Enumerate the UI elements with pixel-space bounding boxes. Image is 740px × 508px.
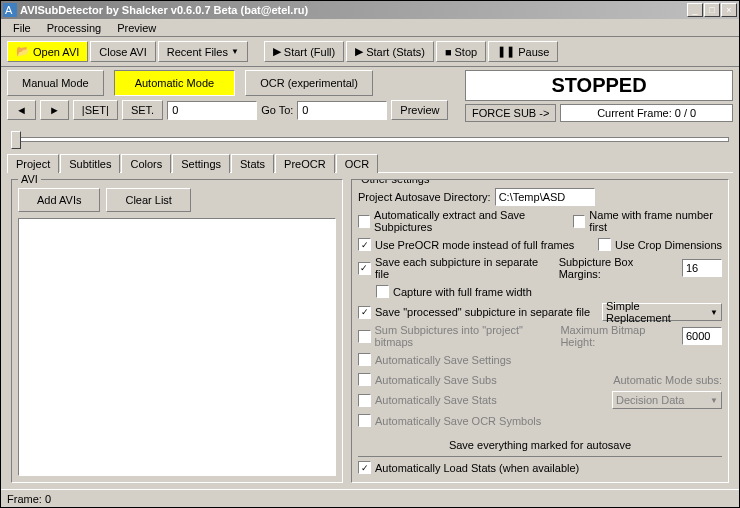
avi-listbox[interactable] — [18, 218, 336, 476]
sep-file-checkbox[interactable]: ✓ — [358, 262, 371, 275]
menu-file[interactable]: File — [5, 20, 39, 36]
tab-bar: Project Subtitles Colors Settings Stats … — [1, 153, 739, 172]
manual-mode-button[interactable]: Manual Mode — [7, 70, 104, 96]
current-frame-display: Current Frame: 0 / 0 — [560, 104, 733, 122]
ocr-mode-button[interactable]: OCR (experimental) — [245, 70, 373, 96]
tab-subtitles[interactable]: Subtitles — [60, 154, 120, 173]
save-marked-button[interactable]: Save everything marked for autosave — [441, 437, 639, 453]
margins-label: Subpicture Box Margins: — [559, 256, 678, 280]
pause-button[interactable]: ❚❚ Pause — [488, 41, 558, 62]
replacement-select[interactable]: Simple Replacement — [602, 303, 722, 321]
max-height-label: Maximum Bitmap Height: — [560, 324, 678, 348]
recent-files-button[interactable]: Recent Files ▼ — [158, 41, 248, 62]
processed-checkbox[interactable]: ✓ — [358, 306, 371, 319]
dropdown-icon: ▼ — [231, 47, 239, 56]
maximize-button[interactable]: □ — [704, 3, 720, 17]
auto-extract-checkbox[interactable] — [358, 215, 370, 228]
prev-button[interactable]: ◄ — [7, 100, 36, 120]
avi-group-title: AVI — [18, 173, 41, 185]
auto-subs-checkbox — [358, 373, 371, 386]
tab-stats[interactable]: Stats — [231, 154, 274, 173]
max-height-input[interactable] — [682, 327, 722, 345]
capture-full-checkbox[interactable] — [376, 285, 389, 298]
app-icon: A — [3, 3, 17, 17]
menubar: File Processing Preview — [1, 19, 739, 37]
other-settings-group: Other settings Project Autosave Director… — [351, 179, 729, 483]
stop-icon: ■ — [445, 46, 452, 58]
preview-button[interactable]: Preview — [391, 100, 448, 120]
pause-icon: ❚❚ — [497, 45, 515, 58]
force-sub-button[interactable]: FORCE SUB -> — [465, 104, 556, 122]
svg-text:A: A — [5, 4, 13, 16]
tab-colors[interactable]: Colors — [121, 154, 171, 173]
auto-stats-checkbox — [358, 394, 371, 407]
statusbar: Frame: 0 — [1, 489, 739, 507]
set-lower-button[interactable]: SET. — [122, 100, 163, 120]
sum-checkbox — [358, 330, 371, 343]
autosave-dir-input[interactable] — [495, 188, 595, 206]
name-frame-checkbox[interactable] — [573, 215, 585, 228]
titlebar: A AVISubDetector by Shalcker v0.6.0.7 Be… — [1, 1, 739, 19]
minimize-button[interactable]: _ — [687, 3, 703, 17]
slider-thumb[interactable] — [11, 131, 21, 149]
play-icon: ▶ — [273, 45, 281, 58]
auto-ocr-checkbox — [358, 414, 371, 427]
timeline-slider[interactable] — [11, 129, 729, 149]
tab-project[interactable]: Project — [7, 154, 59, 173]
main-toolbar: 📂Open AVI Close AVI Recent Files ▼ ▶ Sta… — [1, 37, 739, 67]
add-avis-button[interactable]: Add AVIs — [18, 188, 100, 212]
folder-icon: 📂 — [16, 45, 30, 58]
margins-input[interactable] — [682, 259, 722, 277]
load-stats-checkbox[interactable]: ✓ — [358, 461, 371, 474]
status-frame: Frame: 0 — [7, 493, 51, 505]
status-display: STOPPED — [465, 70, 733, 101]
autosave-dir-label: Project Autosave Directory: — [358, 191, 491, 203]
tab-settings[interactable]: Settings — [172, 154, 230, 173]
frame-input-2[interactable] — [297, 101, 387, 120]
start-full-button[interactable]: ▶ Start (Full) — [264, 41, 344, 62]
auto-settings-checkbox — [358, 353, 371, 366]
next-button[interactable]: ► — [40, 100, 69, 120]
open-avi-button[interactable]: 📂Open AVI — [7, 41, 88, 62]
frame-input-1[interactable] — [167, 101, 257, 120]
clear-list-button[interactable]: Clear List — [106, 188, 190, 212]
set-upper-button[interactable]: |SET| — [73, 100, 118, 120]
tab-ocr[interactable]: OCR — [336, 154, 378, 173]
crop-checkbox[interactable] — [598, 238, 611, 251]
automatic-mode-button[interactable]: Automatic Mode — [114, 70, 235, 96]
decision-select[interactable]: Decision Data — [612, 391, 722, 409]
play-icon: ▶ — [355, 45, 363, 58]
stop-button[interactable]: ■ Stop — [436, 41, 486, 62]
window-title: AVISubDetector by Shalcker v0.6.0.7 Beta… — [20, 4, 687, 16]
menu-processing[interactable]: Processing — [39, 20, 109, 36]
menu-preview[interactable]: Preview — [109, 20, 164, 36]
start-stats-button[interactable]: ▶ Start (Stats) — [346, 41, 434, 62]
tab-preocr[interactable]: PreOCR — [275, 154, 335, 173]
auto-mode-subs-label: Automatic Mode subs: — [613, 374, 722, 386]
other-group-title: Other settings — [358, 179, 432, 185]
preocr-checkbox[interactable]: ✓ — [358, 238, 371, 251]
avi-group: AVI Add AVIs Clear List — [11, 179, 343, 483]
close-avi-button[interactable]: Close AVI — [90, 41, 156, 62]
close-button[interactable]: × — [721, 3, 737, 17]
goto-label: Go To: — [261, 104, 293, 116]
